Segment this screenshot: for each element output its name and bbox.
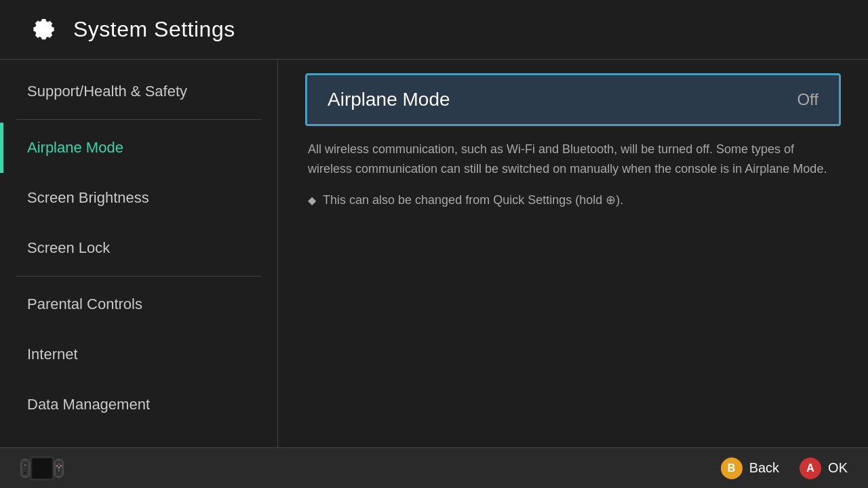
- svg-rect-4: [33, 458, 52, 478]
- sidebar-item-screen-lock[interactable]: Screen Lock: [0, 223, 277, 273]
- ok-button[interactable]: A OK: [800, 458, 848, 479]
- sidebar-label: Support/Health & Safety: [27, 83, 187, 100]
- description-text: All wireless communication, such as Wi-F…: [308, 140, 838, 179]
- main-content: Support/Health & Safety Airplane Mode Sc…: [0, 60, 868, 447]
- bottom-bar: B Back A OK: [0, 447, 868, 488]
- sidebar-item-screen-brightness[interactable]: Screen Brightness: [0, 173, 277, 223]
- bottom-actions: B Back A OK: [721, 458, 848, 479]
- selected-setting-title: Airplane Mode: [328, 89, 450, 110]
- svg-point-14: [60, 465, 61, 466]
- sidebar-divider-2: [16, 276, 261, 277]
- setting-description: All wireless communication, such as Wi-F…: [305, 140, 841, 179]
- header: System Settings: [0, 0, 868, 60]
- sidebar-item-parental-controls[interactable]: Parental Controls: [0, 279, 277, 329]
- sidebar-item-support-health-safety[interactable]: Support/Health & Safety: [0, 66, 277, 117]
- sidebar-label: Screen Lock: [27, 239, 110, 257]
- svg-point-12: [58, 469, 60, 472]
- selected-setting-card[interactable]: Airplane Mode Off: [305, 73, 841, 126]
- svg-point-8: [24, 464, 26, 466]
- svg-point-15: [56, 465, 58, 466]
- sidebar-divider-1: [16, 119, 261, 120]
- back-button[interactable]: B Back: [721, 458, 779, 479]
- ok-label: OK: [828, 460, 848, 476]
- sidebar-label: Data Management: [27, 396, 150, 413]
- selected-setting-value: Off: [797, 90, 818, 109]
- sidebar-item-airplane-mode[interactable]: Airplane Mode: [0, 123, 277, 173]
- sidebar-label: Internet: [27, 346, 78, 363]
- gear-icon: [27, 14, 60, 46]
- sidebar-label: Screen Brightness: [27, 189, 149, 207]
- svg-point-16: [58, 467, 60, 468]
- console-display: [20, 456, 64, 481]
- sidebar-item-internet[interactable]: Internet: [0, 329, 277, 380]
- sidebar-item-data-management[interactable]: Data Management: [0, 380, 277, 430]
- sidebar: Support/Health & Safety Airplane Mode Sc…: [0, 60, 278, 447]
- sidebar-label: Airplane Mode: [27, 139, 123, 157]
- b-button-icon: B: [721, 458, 743, 479]
- svg-point-13: [58, 463, 60, 464]
- note-text: This can also be changed from Quick Sett…: [323, 192, 623, 207]
- back-label: Back: [749, 460, 779, 476]
- page-title: System Settings: [73, 17, 235, 42]
- a-button-icon: A: [800, 458, 821, 479]
- svg-point-9: [24, 471, 26, 474]
- setting-note: ◆ This can also be changed from Quick Se…: [305, 192, 841, 207]
- diamond-icon: ◆: [308, 194, 316, 207]
- content-area: Airplane Mode Off All wireless communica…: [278, 60, 868, 447]
- sidebar-label: Parental Controls: [27, 296, 142, 313]
- console-icon: [20, 456, 64, 481]
